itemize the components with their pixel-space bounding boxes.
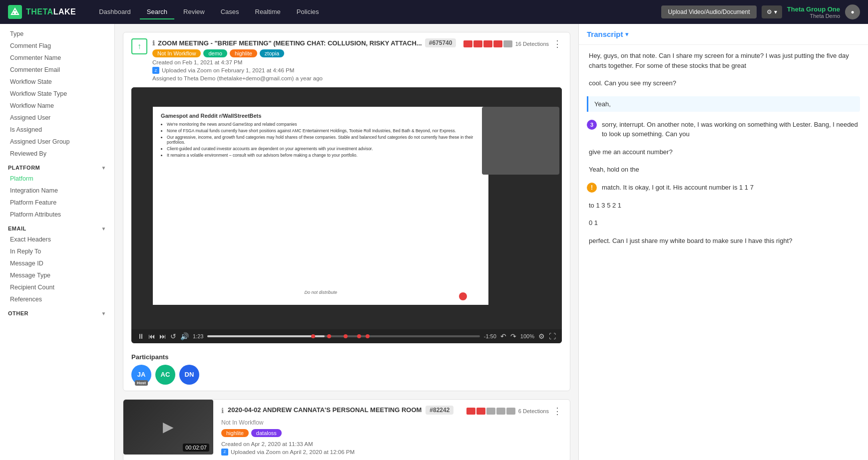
sidebar-item-message-id[interactable]: Message ID bbox=[0, 257, 114, 269]
tag-highlite-2[interactable]: highlite bbox=[221, 429, 249, 437]
participant-dn: DN bbox=[179, 365, 199, 385]
logo: THETALAKE bbox=[8, 5, 76, 19]
transcript-entry-3: 3 sorry, interrupt. On another note, I w… bbox=[587, 120, 860, 139]
nav-realtime[interactable]: Realtime bbox=[248, 5, 288, 19]
logo-icon bbox=[8, 5, 22, 19]
user-avatar: ● bbox=[845, 4, 860, 19]
card-1-title: ℹ ZOOM MEETING - "BRIEF MEETING" (MEETIN… bbox=[152, 38, 458, 47]
fast-forward-button[interactable]: ↷ bbox=[510, 332, 516, 340]
card-2-uploaded: Z Uploaded via Zoom on April 2, 2020 at … bbox=[221, 449, 562, 456]
card-1-header: ↑ ℹ ZOOM MEETING - "BRIEF MEETING" (MEET… bbox=[123, 32, 570, 87]
sidebar-item-workflow-name[interactable]: Workflow Name bbox=[0, 100, 114, 112]
sidebar-section-other[interactable]: OTHER ▼ bbox=[0, 305, 114, 318]
more-options-button[interactable]: ⋮ bbox=[553, 38, 562, 49]
nav-dashboard[interactable]: Dashboard bbox=[92, 5, 138, 19]
sidebar-item-platform-feature[interactable]: Platform Feature bbox=[0, 197, 114, 209]
nav-items: Dashboard Search Review Cases Realtime P… bbox=[92, 5, 661, 19]
transcript-text-4: give me an account number? bbox=[587, 147, 860, 157]
video-controls: ⏸ ⏮ ⏭ ↺ 🔊 1:23 bbox=[131, 329, 562, 343]
card-2-more-button[interactable]: ⋮ bbox=[553, 406, 562, 417]
transcript-panel: Transcript ▾ Hey, guys, on that note. Ca… bbox=[578, 24, 868, 460]
sidebar-item-is-assigned[interactable]: Is Assigned bbox=[0, 124, 114, 136]
rewind-button[interactable]: ↶ bbox=[500, 332, 506, 340]
card-2-body: ▶ 00:02:07 ℹ 2020-04-02 ANDREW CANNATA'S… bbox=[123, 400, 570, 460]
other-chevron: ▼ bbox=[101, 311, 106, 316]
time-remaining: -1:50 bbox=[484, 333, 496, 339]
sidebar-item-platform[interactable]: Platform bbox=[0, 173, 114, 185]
sidebar-item-type[interactable]: Type bbox=[0, 28, 114, 40]
transcript-header: Transcript ▾ bbox=[579, 24, 868, 45]
transcript-text-9: perfect. Can I just share my white board… bbox=[587, 236, 860, 246]
volume-button[interactable]: 🔊 bbox=[180, 332, 189, 340]
sidebar-item-assigned-user-group[interactable]: Assigned User Group bbox=[0, 136, 114, 148]
participant-cam bbox=[482, 107, 559, 175]
sidebar-section-email[interactable]: EMAIL ▼ bbox=[0, 221, 114, 233]
sidebar-item-assigned-user[interactable]: Assigned User bbox=[0, 112, 114, 124]
transcript-entry-0: Hey, guys, on that note. Can I share my … bbox=[587, 51, 860, 70]
card-2-detections: 6 Detections bbox=[466, 408, 549, 415]
card-1-title-area: ℹ ZOOM MEETING - "BRIEF MEETING" (MEETIN… bbox=[152, 38, 458, 81]
tag-ztopia[interactable]: ztopia bbox=[260, 49, 284, 57]
nav-policies[interactable]: Policies bbox=[290, 5, 326, 19]
bullet-1: We're monitoring the news around GameSto… bbox=[167, 122, 480, 127]
sidebar-item-commenter-email[interactable]: Commenter Email bbox=[0, 64, 114, 76]
sidebar-item-in-reply-to[interactable]: In Reply To bbox=[0, 245, 114, 257]
slide-bullets: We're monitoring the news around GameSto… bbox=[161, 122, 480, 159]
progress-bar[interactable] bbox=[207, 335, 479, 337]
sidebar-item-message-type[interactable]: Message Type bbox=[0, 269, 114, 281]
main-layout: Type Comment Flag Commenter Name Comment… bbox=[0, 24, 868, 460]
nav-cases[interactable]: Cases bbox=[214, 5, 246, 19]
play-pause-button[interactable]: ⏸ bbox=[137, 332, 144, 340]
nav-review[interactable]: Review bbox=[176, 5, 212, 19]
transcript-entry-6: ! match. It is okay, I got it. His accou… bbox=[587, 183, 860, 193]
skip-forward-button[interactable]: ⏭ bbox=[159, 332, 166, 340]
sidebar-item-commenter-name[interactable]: Commenter Name bbox=[0, 52, 114, 64]
transcript-row-6: ! match. It is okay, I got it. His accou… bbox=[587, 183, 860, 193]
det-block-2 bbox=[473, 40, 482, 47]
det2-block-5 bbox=[506, 408, 515, 415]
logo-text: THETALAKE bbox=[26, 7, 76, 16]
loop-button[interactable]: ↺ bbox=[170, 332, 176, 340]
transcript-content: Hey, guys, on that note. Can I share my … bbox=[579, 45, 868, 460]
sidebar-item-exact-headers[interactable]: Exact Headers bbox=[0, 233, 114, 245]
card-1-meta: Created on Feb 1, 2021 at 4:37 PM Z Uplo… bbox=[152, 59, 458, 81]
top-navigation: THETALAKE Dashboard Search Review Cases … bbox=[0, 0, 868, 24]
upload-button[interactable]: Upload Video/Audio/Document bbox=[661, 5, 757, 18]
sidebar-item-comment-flag[interactable]: Comment Flag bbox=[0, 40, 114, 52]
sidebar-item-reviewed-by[interactable]: Reviewed By bbox=[0, 148, 114, 160]
card-2-tags: highlite dataloss bbox=[221, 429, 562, 437]
sidebar-item-recipient-count[interactable]: Recipient Count bbox=[0, 281, 114, 293]
tag-not-in-workflow[interactable]: Not In Workflow bbox=[152, 49, 201, 57]
tag-highlite[interactable]: highlite bbox=[230, 49, 257, 57]
email-chevron: ▼ bbox=[101, 226, 106, 231]
tag-dataloss[interactable]: dataloss bbox=[251, 429, 282, 437]
marker-5 bbox=[366, 334, 370, 338]
sidebar-item-platform-attributes[interactable]: Platform Attributes bbox=[0, 209, 114, 221]
sidebar-section-platform[interactable]: PLATFORM ▼ bbox=[0, 160, 114, 173]
card-2-meta: Created on Apr 2, 2020 at 11:33 AM Z Upl… bbox=[221, 441, 562, 456]
time-elapsed: 1:23 bbox=[193, 333, 203, 339]
upload-arrow-icon: ↑ bbox=[131, 38, 147, 54]
platform-chevron: ▼ bbox=[101, 165, 106, 171]
fullscreen-button[interactable]: ⛶ bbox=[549, 332, 556, 340]
uploaded-info: Z Uploaded via Zoom on February 1, 2021 … bbox=[152, 67, 458, 74]
tag-demo[interactable]: demo bbox=[203, 49, 227, 57]
transcript-dropdown[interactable]: ▾ bbox=[625, 30, 629, 38]
sidebar-item-workflow-state-type[interactable]: Workflow State Type bbox=[0, 88, 114, 100]
transcript-row-3: 3 sorry, interrupt. On another note, I w… bbox=[587, 120, 860, 139]
transcript-entry-8: 0 1 bbox=[587, 218, 860, 228]
settings-video-button[interactable]: ⚙ bbox=[538, 332, 545, 340]
sidebar-item-references[interactable]: References bbox=[0, 293, 114, 305]
transcript-entry-4: give me an account number? bbox=[587, 147, 860, 157]
slide-footer: Do not distribute bbox=[304, 290, 337, 295]
transcript-text-8: 0 1 bbox=[587, 218, 860, 228]
red-dot-marker bbox=[459, 292, 467, 300]
sidebar-item-integration-name[interactable]: Integration Name bbox=[0, 185, 114, 197]
skip-back-button[interactable]: ⏮ bbox=[148, 332, 155, 340]
card-2-created: Created on Apr 2, 2020 at 11:33 AM bbox=[221, 441, 562, 447]
settings-button[interactable]: ⚙ ▾ bbox=[762, 5, 782, 18]
card-2-title: 2020-04-02 ANDREW CANNATA'S PERSONAL MEE… bbox=[228, 406, 422, 414]
bullet-2: None of FSGA mutual funds currently have… bbox=[167, 128, 480, 133]
sidebar-item-workflow-state[interactable]: Workflow State bbox=[0, 76, 114, 88]
nav-search[interactable]: Search bbox=[140, 5, 174, 19]
